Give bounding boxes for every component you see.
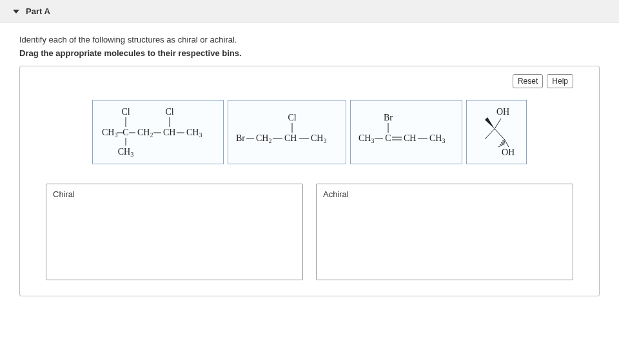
- svg-line-41: [500, 142, 505, 145]
- molecule-item-1[interactable]: Cl Cl CH3 C CH2 CH CH3 CH3: [92, 100, 224, 164]
- svg-text:CH3: CH3: [186, 128, 202, 139]
- molecule-structure-icon: Cl Br CH2 CH CH3: [232, 111, 342, 153]
- part-title: Part A: [26, 6, 50, 16]
- svg-line-37: [485, 129, 495, 139]
- reset-button[interactable]: Reset: [513, 74, 543, 88]
- svg-text:CH2: CH2: [137, 128, 153, 139]
- bin-chiral[interactable]: Chiral: [46, 184, 303, 280]
- bin-achiral[interactable]: Achiral: [316, 184, 573, 280]
- instruction-text-1: Identify each of the following structure…: [19, 35, 600, 44]
- bins-row: Chiral Achiral: [46, 184, 573, 280]
- part-header[interactable]: Part A: [0, 0, 619, 23]
- svg-text:Br: Br: [384, 113, 393, 122]
- svg-text:CH2: CH2: [256, 133, 271, 144]
- svg-text:C: C: [123, 128, 128, 137]
- svg-text:CH: CH: [163, 128, 175, 137]
- svg-marker-36: [485, 117, 495, 129]
- svg-text:Cl: Cl: [288, 113, 296, 122]
- bin-label-chiral: Chiral: [53, 189, 296, 199]
- molecule-item-2[interactable]: Cl Br CH2 CH CH3: [228, 100, 346, 164]
- svg-text:CH3: CH3: [429, 133, 445, 144]
- toolbar: Reset Help: [46, 74, 573, 88]
- svg-text:OH: OH: [496, 107, 509, 117]
- svg-text:CH3: CH3: [311, 133, 326, 144]
- instruction-text-2: Drag the appropriate molecules to their …: [19, 48, 600, 58]
- svg-text:OH: OH: [502, 148, 515, 157]
- help-button[interactable]: Help: [547, 74, 573, 88]
- svg-text:Cl: Cl: [165, 107, 173, 117]
- svg-text:C: C: [385, 133, 391, 143]
- svg-text:Cl: Cl: [121, 107, 130, 117]
- svg-text:CH3: CH3: [359, 133, 374, 144]
- svg-line-43: [504, 139, 509, 147]
- content-area: Identify each of the following structure…: [0, 23, 619, 309]
- molecules-row: Cl Cl CH3 C CH2 CH CH3 CH3: [46, 100, 573, 164]
- svg-line-35: [495, 119, 501, 129]
- collapse-caret-icon[interactable]: [13, 10, 19, 14]
- molecule-structure-icon: OH: [471, 106, 522, 158]
- bin-label-achiral: Achiral: [323, 189, 566, 199]
- svg-text:CH: CH: [404, 133, 416, 143]
- workspace-panel: Reset Help Cl Cl CH3 C CH2: [19, 66, 600, 296]
- molecule-structure-icon: Br CH3 C CH CH3: [355, 111, 458, 153]
- molecule-item-3[interactable]: Br CH3 C CH CH3: [350, 100, 462, 164]
- svg-text:CH3: CH3: [102, 128, 117, 139]
- svg-line-38: [495, 129, 504, 139]
- molecule-structure-icon: Cl Cl CH3 C CH2 CH CH3 CH3: [97, 106, 219, 158]
- svg-text:CH3: CH3: [118, 147, 133, 158]
- svg-text:CH: CH: [284, 133, 297, 143]
- molecule-item-4[interactable]: OH: [466, 100, 527, 164]
- svg-text:Br: Br: [236, 133, 245, 143]
